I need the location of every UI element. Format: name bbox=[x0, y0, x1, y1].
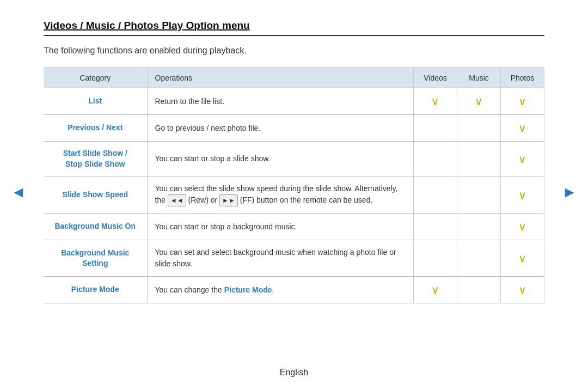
videos-check-cell bbox=[414, 240, 457, 277]
table-row: Start Slide Show / Stop Slide ShowYou ca… bbox=[44, 142, 544, 176]
category-cell: Start Slide Show / Stop Slide Show bbox=[44, 142, 147, 176]
music-check-cell bbox=[457, 115, 501, 142]
nav-arrow-right[interactable]: ► bbox=[562, 184, 577, 201]
table-row: ListReturn to the file list.∨∨∨ bbox=[44, 88, 544, 115]
photos-check-cell: ∨ bbox=[501, 88, 544, 115]
videos-check-cell bbox=[414, 214, 457, 240]
table-row: Slide Show SpeedYou can select the slide… bbox=[44, 176, 544, 214]
operations-cell: Go to previous / next photo file. bbox=[147, 115, 414, 142]
music-check-cell bbox=[457, 277, 501, 303]
table-row: Background Music SettingYou can set and … bbox=[44, 240, 544, 277]
col-header-category: Category bbox=[44, 68, 147, 88]
footer: English bbox=[0, 358, 588, 384]
videos-check-cell bbox=[414, 176, 457, 214]
checkmark-icon: ∨ bbox=[518, 220, 526, 233]
photos-check-cell: ∨ bbox=[501, 176, 544, 214]
col-header-videos: Videos bbox=[414, 68, 457, 88]
music-check-cell bbox=[457, 240, 501, 277]
category-cell: Slide Show Speed bbox=[44, 176, 147, 214]
page-title: Videos / Music / Photos Play Option menu bbox=[44, 20, 544, 36]
music-check-cell bbox=[457, 142, 501, 176]
checkmark-icon: ∨ bbox=[431, 283, 439, 296]
operations-cell: You can change the Picture Mode. bbox=[147, 277, 414, 303]
operations-cell: You can select the slide show speed duri… bbox=[147, 176, 414, 214]
operations-cell: You can set and select background music … bbox=[147, 240, 414, 277]
col-header-photos: Photos bbox=[501, 68, 544, 88]
operations-cell: You can start or stop a background music… bbox=[147, 214, 414, 240]
operations-cell: Return to the file list. bbox=[147, 88, 414, 115]
main-table: Category Operations Videos Music Photos … bbox=[44, 68, 544, 303]
music-check-cell: ∨ bbox=[457, 88, 501, 115]
subtitle: The following functions are enabled duri… bbox=[44, 46, 544, 56]
col-header-operations: Operations bbox=[147, 68, 414, 88]
videos-check-cell: ∨ bbox=[414, 277, 457, 303]
checkmark-icon: ∨ bbox=[518, 95, 526, 108]
table-container: Category Operations Videos Music Photos … bbox=[44, 68, 544, 303]
checkmark-icon: ∨ bbox=[518, 252, 526, 265]
videos-check-cell: ∨ bbox=[414, 88, 457, 115]
col-header-music: Music bbox=[457, 68, 501, 88]
table-row: Previous / NextGo to previous / next pho… bbox=[44, 115, 544, 142]
checkmark-icon: ∨ bbox=[431, 95, 439, 108]
category-cell: Background Music On bbox=[44, 214, 147, 240]
category-cell: Background Music Setting bbox=[44, 240, 147, 277]
music-check-cell bbox=[457, 214, 501, 240]
photos-check-cell: ∨ bbox=[501, 142, 544, 176]
checkmark-icon: ∨ bbox=[475, 95, 483, 108]
operations-cell: You can start or stop a slide show. bbox=[147, 142, 414, 176]
photos-check-cell: ∨ bbox=[501, 277, 544, 303]
page-wrapper: Videos / Music / Photos Play Option menu… bbox=[0, 0, 588, 358]
music-check-cell bbox=[457, 176, 501, 214]
photos-check-cell: ∨ bbox=[501, 240, 544, 277]
videos-check-cell bbox=[414, 142, 457, 176]
checkmark-icon: ∨ bbox=[518, 283, 526, 296]
photos-check-cell: ∨ bbox=[501, 214, 544, 240]
table-row: Picture ModeYou can change the Picture M… bbox=[44, 277, 544, 303]
checkmark-icon: ∨ bbox=[518, 121, 526, 135]
checkmark-icon: ∨ bbox=[518, 153, 526, 166]
checkmark-icon: ∨ bbox=[518, 188, 526, 202]
videos-check-cell bbox=[414, 115, 457, 142]
category-cell: Picture Mode bbox=[44, 277, 147, 303]
table-row: Background Music OnYou can start or stop… bbox=[44, 214, 544, 240]
category-cell: Previous / Next bbox=[44, 115, 147, 142]
nav-arrow-left[interactable]: ◄ bbox=[11, 184, 26, 201]
photos-check-cell: ∨ bbox=[501, 115, 544, 142]
category-cell: List bbox=[44, 88, 147, 115]
